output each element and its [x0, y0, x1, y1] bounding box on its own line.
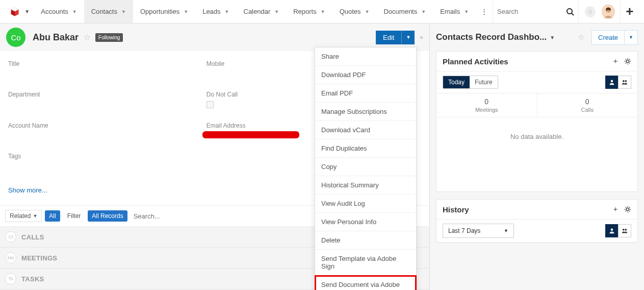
record-avatar: Co [6, 28, 25, 47]
search-icon[interactable] [566, 8, 574, 16]
create-button[interactable]: Create [591, 30, 625, 45]
edit-dropdown-caret[interactable]: ▼ [401, 31, 415, 44]
svg-point-9 [623, 80, 625, 82]
group-filter-icon[interactable] [618, 224, 631, 237]
user-filter-icon[interactable] [605, 76, 619, 89]
module-icon: Cl [5, 231, 16, 243]
dashboard-title[interactable]: Contacts Record Dashbo...▼ [436, 32, 555, 42]
global-search [493, 0, 579, 23]
nav-item-reports[interactable]: Reports▼ [286, 0, 332, 23]
history-dashlet: History ＋ Last 7 Days▼ [436, 199, 638, 243]
account-label: Account Name [8, 122, 207, 129]
all-records-pill[interactable]: All Records [88, 210, 127, 222]
group-filter-icon[interactable] [618, 76, 631, 89]
future-tab[interactable]: Future [470, 76, 498, 88]
module-icon: Me [5, 252, 16, 263]
dropdown-item[interactable]: View Audit Log [315, 195, 416, 213]
chevron-down-icon: ▼ [274, 9, 279, 14]
dropdown-item[interactable]: Share [315, 47, 416, 66]
svg-point-14 [625, 229, 627, 231]
user-filter-icon[interactable] [605, 224, 619, 237]
nav-item-accounts[interactable]: Accounts▼ [34, 0, 84, 23]
filter-label: Filter [63, 210, 85, 222]
add-icon[interactable]: ＋ [612, 57, 619, 66]
account-value[interactable] [8, 132, 207, 140]
nav-item-documents[interactable]: Documents▼ [376, 0, 433, 23]
svg-point-8 [611, 80, 613, 83]
chevron-down-icon: ▼ [504, 228, 508, 233]
today-tab[interactable]: Today [443, 76, 470, 88]
nav-item-calendar[interactable]: Calendar▼ [237, 0, 287, 23]
meetings-stat[interactable]: 0 Meetings [436, 93, 537, 117]
donotcall-checkbox[interactable] [207, 101, 214, 108]
redacted-email [207, 133, 298, 138]
nav-more-icon[interactable]: ⋮ [476, 8, 493, 15]
dashboard-star-icon[interactable]: ☆ [578, 33, 584, 42]
favorite-star-icon[interactable]: ☆ [84, 33, 90, 42]
nav-item-opportunities[interactable]: Opportunities▼ [133, 0, 195, 23]
no-data-text: No data available. [436, 117, 637, 191]
search-input[interactable] [497, 8, 558, 15]
notification-badge[interactable]: 0 [585, 6, 596, 17]
dropdown-item[interactable]: Download vCard [315, 121, 416, 139]
nav-item-contacts[interactable]: Contacts▼ [84, 0, 133, 23]
svg-line-4 [572, 13, 574, 15]
tags-label: Tags [8, 153, 207, 160]
nav-item-leads[interactable]: Leads▼ [195, 0, 236, 23]
dropdown-item[interactable]: Find Duplicates [315, 139, 416, 158]
top-nav: ▼ Accounts▼Contacts▼Opportunities▼Leads▼… [0, 0, 644, 23]
dropdown-item[interactable]: Manage Subscriptions [315, 103, 416, 121]
dropdown-item[interactable]: Download PDF [315, 66, 416, 84]
record-name: Abu Bakar [33, 32, 79, 43]
chevron-down-icon: ▼ [464, 9, 469, 14]
add-icon[interactable]: ＋ [612, 205, 619, 214]
edit-button[interactable]: Edit [376, 31, 401, 44]
dropdown-item[interactable]: Send Template via Adobe Sign [315, 250, 416, 276]
chevron-down-icon: ▼ [121, 9, 126, 14]
chevron-down-icon: ▼ [225, 9, 229, 14]
module-icon: Ts [5, 273, 16, 284]
calls-stat[interactable]: 0 Calls [537, 93, 638, 117]
svg-point-12 [611, 229, 613, 231]
nav-item-quotes[interactable]: Quotes▼ [332, 0, 377, 23]
create-dropdown-caret[interactable]: ▼ [625, 30, 638, 45]
related-button[interactable]: Related▼ [5, 210, 42, 222]
history-range-select[interactable]: Last 7 Days▼ [443, 224, 514, 238]
dropdown-item[interactable]: Send Document via Adobe Sign [315, 276, 416, 290]
title-value[interactable] [8, 70, 207, 79]
title-label: Title [8, 60, 207, 67]
following-badge[interactable]: Following [95, 33, 123, 42]
nav-item-emails[interactable]: Emails▼ [433, 0, 476, 23]
gear-icon[interactable] [624, 206, 631, 213]
subpanel-row-label: MEETINGS [21, 254, 57, 262]
chevron-down-icon: ▼ [184, 9, 188, 14]
dashlet-title: Planned Activities [443, 57, 508, 66]
dropdown-item[interactable]: Delete [315, 231, 416, 250]
svg-point-7 [626, 60, 629, 62]
dropdown-item[interactable]: View Personal Info [315, 213, 416, 231]
app-logo-icon[interactable] [9, 6, 20, 18]
subpanel-row-label: TASKS [21, 275, 44, 283]
dashlet-title: History [443, 205, 469, 214]
svg-point-3 [567, 9, 572, 14]
expand-icon[interactable]: » [420, 34, 423, 41]
svg-point-11 [626, 208, 629, 210]
quick-create-button[interactable]: + [620, 0, 639, 23]
user-avatar[interactable] [602, 5, 615, 19]
chevron-down-icon: ▼ [365, 9, 370, 14]
svg-point-10 [625, 80, 627, 82]
dropdown-item[interactable]: Copy [315, 158, 416, 176]
dropdown-item[interactable]: Historical Summary [315, 176, 416, 195]
gear-icon[interactable] [624, 58, 631, 65]
planned-activities-dashlet: Planned Activities ＋ Today Future [436, 51, 638, 192]
chevron-down-icon: ▼ [72, 9, 77, 14]
dropdown-item[interactable]: Email PDF [315, 84, 416, 103]
department-value[interactable] [8, 101, 207, 109]
dashboard-header: Contacts Record Dashbo...▼ ☆ Create ▼ [436, 23, 638, 51]
all-pill[interactable]: All [45, 210, 60, 222]
tags-value[interactable] [8, 163, 207, 171]
logo-caret-icon[interactable]: ▼ [24, 9, 30, 14]
svg-point-13 [623, 229, 625, 231]
edit-dropdown-menu: ShareDownload PDFEmail PDFManage Subscri… [315, 47, 417, 290]
chevron-down-icon: ▼ [421, 9, 426, 14]
